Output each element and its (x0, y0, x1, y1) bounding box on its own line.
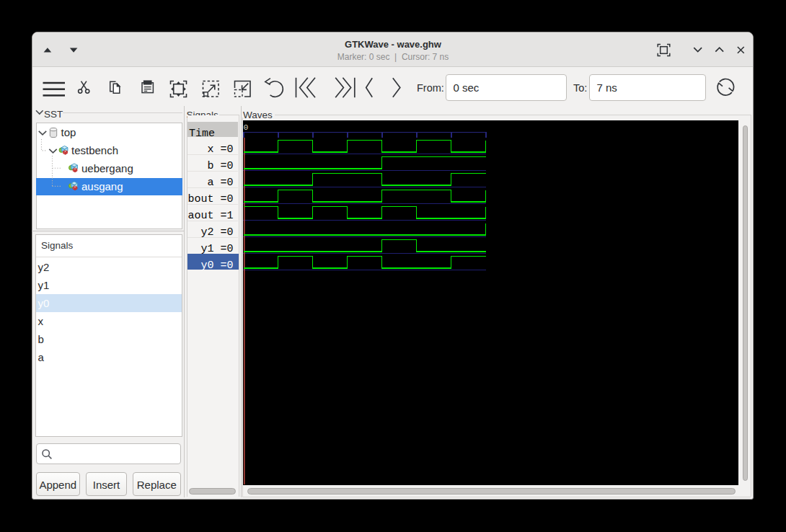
svg-text:0: 0 (244, 123, 249, 132)
